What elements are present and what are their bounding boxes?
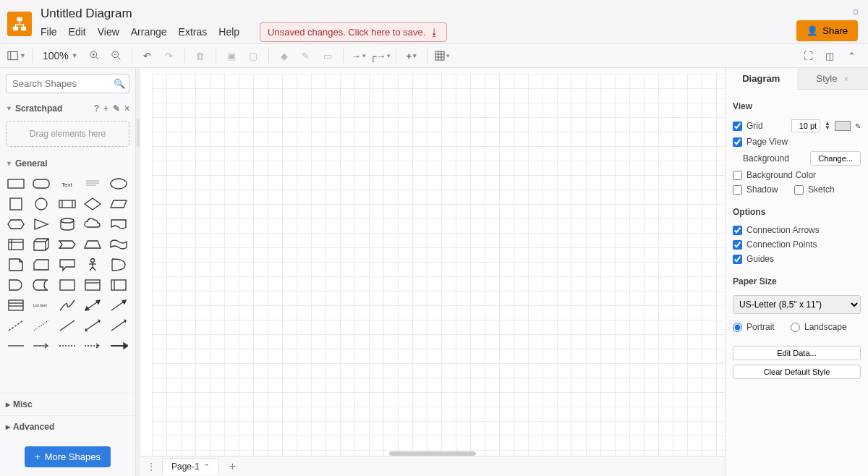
shape-directional-connector[interactable] [109,318,129,333]
shape-list[interactable] [6,297,26,313]
theme-toggle-icon[interactable]: ☼ [851,4,861,17]
table-dropdown[interactable]: ▾ [433,46,452,65]
redo-button[interactable]: ↷ [160,46,179,65]
clear-default-style-button[interactable]: Clear Default Style [733,365,861,379]
portrait-radio[interactable] [733,323,742,332]
shape-circle[interactable] [31,196,51,212]
shape-card[interactable] [31,257,51,273]
zoom-out-button[interactable] [107,46,126,65]
tab-style[interactable]: Style × [797,68,869,90]
shape-or[interactable] [109,257,129,273]
shape-line[interactable] [57,318,77,333]
share-button[interactable]: 👤 Share [796,20,858,41]
search-shapes-input[interactable] [6,74,129,93]
insert-dropdown[interactable]: +▾ [402,46,421,65]
shadow-button[interactable]: ▭ [318,46,337,65]
delete-button[interactable]: 🗑 [191,46,210,65]
undo-button[interactable]: ↶ [138,46,157,65]
close-icon[interactable]: × [124,103,129,114]
shadow-checkbox[interactable] [733,185,742,195]
menu-edit[interactable]: Edit [69,26,86,38]
shape-cloud[interactable] [82,216,103,232]
scratchpad-header[interactable]: ▼ Scratchpad ? + ✎ × [0,99,135,118]
pages-menu-button[interactable]: ⋮ [146,461,156,472]
sketch-checkbox[interactable] [794,185,804,195]
waypoint-dropdown[interactable]: ┌→▾ [371,46,390,65]
fullscreen-button[interactable]: ⛶ [799,46,817,65]
shape-cylinder[interactable] [57,216,77,232]
format-panel-toggle[interactable]: ◫ [820,46,839,65]
shape-bidirectional-arrow[interactable] [82,297,103,313]
to-back-button[interactable]: ▢ [244,46,263,65]
shape-callout[interactable] [57,257,77,273]
shape-step[interactable] [57,237,77,252]
zoom-in-button[interactable] [85,46,104,65]
advanced-section[interactable]: ▸ Advanced [0,415,135,438]
shape-actor[interactable] [82,257,103,273]
pageview-checkbox[interactable] [733,137,742,147]
bgcolor-checkbox[interactable] [733,171,742,180]
to-front-button[interactable]: ▣ [222,46,241,65]
shape-bidir-connector[interactable] [82,318,103,333]
shape-note[interactable] [6,257,26,273]
page-tab-1[interactable]: Page-1 ⌃ [162,458,219,475]
scratchpad-dropzone[interactable]: Drag elements here [6,121,129,147]
shape-parallelogram[interactable] [109,196,129,212]
shape-rounded-rect[interactable] [31,176,51,192]
shape-dotted-line[interactable] [31,318,51,333]
menu-extras[interactable]: Extras [179,26,208,38]
shape-rectangle[interactable] [6,176,26,192]
add-page-button[interactable]: + [225,460,240,473]
tab-diagram[interactable]: Diagram [726,68,797,90]
menu-arrange[interactable]: Arrange [131,26,167,38]
menu-file[interactable]: File [41,26,57,38]
shape-arrow[interactable] [109,297,129,313]
edit-icon[interactable]: ✎ [113,103,120,114]
pencil-icon[interactable]: ✎ [855,122,861,130]
more-shapes-button[interactable]: + More Shapes [25,446,111,467]
guides-checkbox[interactable] [733,255,742,264]
fill-color-button[interactable]: ◆ [275,46,294,65]
shape-text[interactable]: Text [57,176,77,192]
shape-textbox[interactable] [82,176,103,192]
shape-link3[interactable] [57,338,77,354]
general-header[interactable]: ▼ General [0,154,135,173]
shape-link2[interactable] [31,338,51,354]
edit-data-button[interactable]: Edit Data... [733,346,861,360]
connection-dropdown[interactable]: →▾ [349,46,368,65]
shape-internal-storage[interactable] [6,237,26,252]
shape-dashed-line[interactable] [6,318,26,333]
shape-link5[interactable] [109,338,129,354]
shape-vcontainer[interactable] [109,277,129,293]
misc-section[interactable]: ▸ Misc [0,393,135,415]
shape-diamond[interactable] [82,196,103,212]
shape-link4[interactable] [82,338,103,354]
canvas[interactable]: ⋮ Page-1 ⌃ + [140,68,725,476]
shape-document[interactable] [109,216,129,232]
collapse-button[interactable]: ⌃ [842,46,861,65]
grid-size-stepper[interactable]: ▲▼ [825,122,830,130]
shape-cube[interactable] [31,237,51,252]
help-icon[interactable]: ? [94,103,99,114]
shape-triangle[interactable] [31,216,51,232]
conn-points-checkbox[interactable] [733,240,742,250]
shape-hexagon[interactable] [6,216,26,232]
conn-arrows-checkbox[interactable] [733,226,742,235]
menu-view[interactable]: View [98,26,119,38]
shape-process[interactable] [57,196,77,212]
grid-checkbox[interactable] [733,122,742,131]
menu-help[interactable]: Help [218,26,239,38]
shape-link1[interactable] [6,338,26,354]
line-color-button[interactable]: ✎ [297,46,315,65]
shape-trapezoid[interactable] [82,237,103,252]
sidebar-toggle-button[interactable]: ▼ [7,46,26,65]
add-icon[interactable]: + [103,103,109,114]
shape-data-storage[interactable] [31,277,51,293]
shape-ellipse[interactable] [109,176,129,192]
shape-and[interactable] [6,277,26,293]
shape-tape[interactable] [109,237,129,252]
paper-size-select[interactable]: US-Letter (8,5" x 11") [733,295,861,314]
shape-curve[interactable] [57,297,77,313]
document-title[interactable]: Untitled Diagram [41,7,447,21]
shape-list-item[interactable]: List Item [31,297,51,313]
